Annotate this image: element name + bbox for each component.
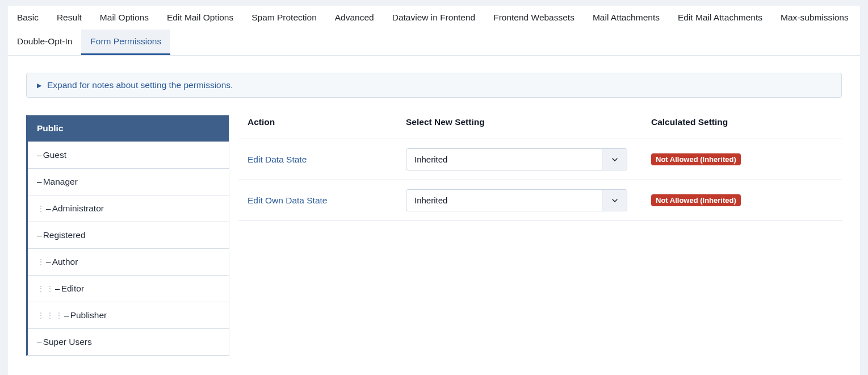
group-label: Editor [61, 284, 85, 294]
group-label: Public [37, 123, 64, 134]
status-badge: Not Allowed (Inherited) [651, 153, 741, 165]
permission-select[interactable]: InheritedAllowedDenied [406, 148, 627, 170]
group-item-registered[interactable]: – Registered [28, 222, 229, 249]
group-item-guest[interactable]: – Guest [28, 142, 229, 169]
permissions-header-row: Action Select New Setting Calculated Set… [238, 115, 842, 139]
calculated-setting-cell: Not Allowed (Inherited) [651, 153, 833, 165]
tree-indent-icon: ⋮ [46, 285, 54, 293]
permission-select[interactable]: InheritedAllowedDenied [406, 189, 627, 211]
tree-dash-icon: – [55, 284, 60, 294]
group-item-manager[interactable]: – Manager [28, 169, 229, 195]
group-label: Guest [43, 150, 66, 160]
tree-indent-icon: ⋮ [37, 311, 45, 319]
tree-dash-icon: – [46, 257, 51, 267]
group-label: Super Users [43, 337, 92, 347]
group-label: Manager [43, 177, 78, 187]
permission-select-wrap: InheritedAllowedDenied [406, 148, 627, 170]
tree-dash-icon: – [46, 203, 51, 214]
permission-row: Edit Data StateInheritedAllowedDeniedNot… [238, 139, 842, 180]
group-item-public[interactable]: Public [28, 115, 229, 142]
tab-max-submissions[interactable]: Max-submissions [771, 6, 858, 30]
tab-frontend-webassets[interactable]: Frontend Webassets [484, 6, 584, 30]
expand-notes-toggle[interactable]: ▶ Expand for notes about setting the per… [26, 73, 842, 98]
group-item-publisher[interactable]: ⋮⋮⋮– Publisher [28, 302, 229, 329]
tree-dash-icon: – [37, 150, 42, 160]
tree-dash-icon: – [37, 177, 42, 187]
header-action: Action [248, 117, 399, 127]
header-calculated: Calculated Setting [651, 117, 833, 127]
group-item-administrator[interactable]: ⋮– Administrator [28, 195, 229, 222]
tree-dash-icon: – [37, 337, 42, 347]
expand-triangle-icon: ▶ [37, 82, 41, 89]
permission-action-label: Edit Data State [248, 155, 399, 165]
tree-indent-icon: ⋮ [46, 311, 54, 319]
tree-dash-icon: – [64, 310, 69, 320]
tab-edit-mail-attachments[interactable]: Edit Mail Attachments [669, 6, 771, 30]
group-item-super-users[interactable]: – Super Users [28, 329, 229, 355]
group-label: Registered [43, 230, 86, 240]
expand-notes-label: Expand for notes about setting the permi… [47, 80, 233, 90]
tab-advanced[interactable]: Advanced [326, 6, 383, 30]
tree-dash-icon: – [37, 230, 42, 240]
tab-basic[interactable]: Basic [8, 6, 48, 30]
tab-edit-mail-options[interactable]: Edit Mail Options [158, 6, 242, 30]
tree-indent-icon: ⋮ [37, 205, 45, 213]
tab-double-opt-in[interactable]: Double-Opt-In [8, 30, 81, 55]
permission-action-label: Edit Own Data State [248, 195, 399, 206]
tab-mail-attachments[interactable]: Mail Attachments [584, 6, 669, 30]
permission-row: Edit Own Data StateInheritedAllowedDenie… [238, 180, 842, 221]
tab-dataview-in-frontend[interactable]: Dataview in Frontend [383, 6, 484, 30]
status-badge: Not Allowed (Inherited) [651, 194, 741, 206]
tab-result[interactable]: Result [48, 6, 91, 30]
group-label: Author [52, 257, 78, 267]
tree-indent-icon: ⋮ [37, 285, 45, 293]
tree-indent-icon: ⋮ [37, 258, 45, 266]
tab-form-permissions[interactable]: Form Permissions [81, 30, 170, 55]
permission-select-wrap: InheritedAllowedDenied [406, 189, 627, 211]
permissions-table: Action Select New Setting Calculated Set… [238, 115, 842, 356]
group-label: Administrator [52, 203, 104, 214]
tab-mail-options[interactable]: Mail Options [91, 6, 158, 30]
user-group-list: Public– Guest– Manager⋮– Administrator– … [26, 115, 229, 356]
calculated-setting-cell: Not Allowed (Inherited) [651, 194, 833, 206]
group-item-author[interactable]: ⋮– Author [28, 249, 229, 276]
tree-indent-icon: ⋮ [55, 311, 63, 319]
tabs-bar: BasicResultMail OptionsEdit Mail Options… [8, 6, 860, 56]
header-select: Select New Setting [406, 117, 644, 127]
tab-spam-protection[interactable]: Spam Protection [242, 6, 326, 30]
group-label: Publisher [70, 310, 107, 320]
group-item-editor[interactable]: ⋮⋮– Editor [28, 276, 229, 302]
